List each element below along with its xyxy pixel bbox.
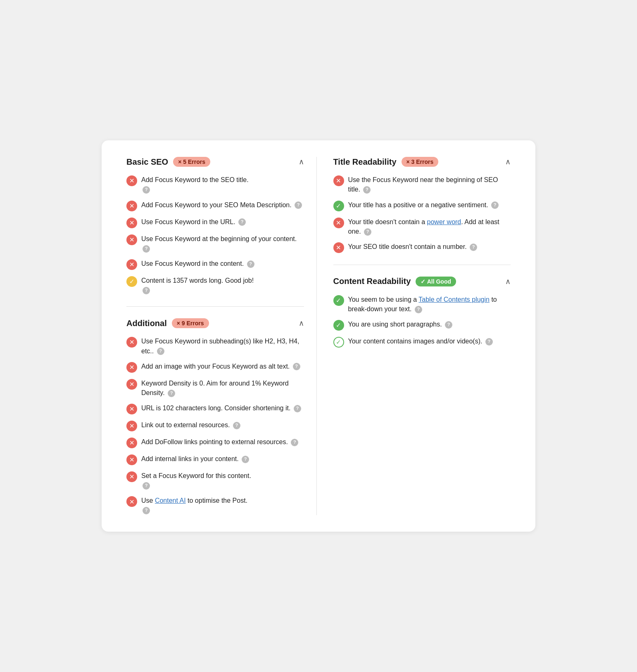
help-icon[interactable]: ? bbox=[491, 201, 499, 209]
list-item: ✕URL is 102 characters long. Consider sh… bbox=[126, 403, 304, 414]
item-text: Use the Focus Keyword near the beginning… bbox=[348, 175, 511, 194]
good-icon: ✓ bbox=[333, 201, 344, 211]
list-item: ✓You seem to be using a Table of Content… bbox=[333, 295, 511, 314]
help-icon[interactable]: ? bbox=[143, 245, 150, 253]
section-header: Content Readability✓ All Good∧ bbox=[333, 277, 511, 286]
good-outline-icon: ✓ bbox=[333, 337, 344, 348]
good-icon: ✓ bbox=[333, 320, 344, 331]
item-text: Add DoFollow links pointing to external … bbox=[141, 437, 304, 447]
help-icon[interactable]: ? bbox=[363, 186, 371, 194]
help-icon[interactable]: ? bbox=[238, 218, 246, 226]
item-text: Add internal links in your content. ? bbox=[141, 454, 304, 464]
item-text: Use Focus Keyword in the URL. ? bbox=[141, 217, 304, 227]
help-icon[interactable]: ? bbox=[143, 287, 150, 294]
collapse-chevron[interactable]: ∧ bbox=[299, 319, 304, 328]
list-item: ✕Your SEO title doesn't contain a number… bbox=[333, 242, 511, 253]
list-item: ✕Use Focus Keyword in the URL. ? bbox=[126, 217, 304, 228]
list-item: ✕Add an image with your Focus Keyword as… bbox=[126, 362, 304, 373]
item-list: ✕Use the Focus Keyword near the beginnin… bbox=[333, 175, 511, 253]
section-additional: Additional× 9 Errors∧✕Use Focus Keyword … bbox=[126, 306, 304, 515]
item-text: Keyword Density is 0. Aim for around 1% … bbox=[141, 379, 304, 398]
help-icon[interactable]: ? bbox=[415, 306, 422, 313]
help-icon[interactable]: ? bbox=[485, 338, 493, 345]
error-icon: ✕ bbox=[126, 259, 137, 270]
section-header: Additional× 9 Errors∧ bbox=[126, 318, 304, 328]
help-icon[interactable]: ? bbox=[168, 390, 175, 397]
list-item: ✕Add Focus Keyword to the SEO title.? bbox=[126, 175, 304, 194]
item-list: ✓You seem to be using a Table of Content… bbox=[333, 295, 511, 348]
item-text: Use Focus Keyword at the beginning of yo… bbox=[141, 234, 304, 253]
section-content-readability: Content Readability✓ All Good∧✓You seem … bbox=[333, 265, 511, 348]
help-icon[interactable]: ? bbox=[293, 363, 300, 370]
item-text: Set a Focus Keyword for this content.? bbox=[141, 471, 304, 490]
list-item: ✕Add internal links in your content. ? bbox=[126, 454, 304, 465]
list-item: ✕Use the Focus Keyword near the beginnin… bbox=[333, 175, 511, 194]
item-text: Your SEO title doesn't contain a number.… bbox=[348, 242, 511, 251]
warning-icon: ✓ bbox=[126, 276, 137, 287]
help-icon[interactable]: ? bbox=[157, 348, 164, 355]
item-text: Add Focus Keyword to your SEO Meta Descr… bbox=[141, 200, 304, 210]
error-icon: ✕ bbox=[126, 362, 137, 373]
inline-link[interactable]: power word bbox=[427, 218, 461, 225]
section-divider bbox=[333, 265, 511, 265]
list-item: ✕Use Focus Keyword in subheading(s) like… bbox=[126, 336, 304, 355]
error-icon: ✕ bbox=[126, 421, 137, 431]
collapse-chevron[interactable]: ∧ bbox=[505, 157, 511, 166]
collapse-chevron[interactable]: ∧ bbox=[505, 277, 511, 286]
list-item: ✕Use Focus Keyword in the content. ? bbox=[126, 259, 304, 270]
error-icon: ✕ bbox=[126, 379, 137, 390]
item-list: ✕Use Focus Keyword in subheading(s) like… bbox=[126, 336, 304, 515]
error-icon: ✕ bbox=[333, 242, 344, 253]
item-text: Link out to external resources. ? bbox=[141, 420, 304, 430]
error-icon: ✕ bbox=[126, 337, 137, 348]
help-icon[interactable]: ? bbox=[364, 228, 371, 236]
item-text: Use Focus Keyword in subheading(s) like … bbox=[141, 336, 304, 355]
list-item: ✕Add DoFollow links pointing to external… bbox=[126, 437, 304, 448]
section-header: Title Readability× 3 Errors∧ bbox=[333, 157, 511, 167]
section-badge: × 5 Errors bbox=[173, 157, 210, 167]
help-icon[interactable]: ? bbox=[143, 507, 150, 514]
section-title: Additional bbox=[126, 319, 167, 328]
inline-link[interactable]: Table of Contents plugin bbox=[418, 296, 490, 303]
collapse-chevron[interactable]: ∧ bbox=[299, 157, 304, 166]
section-title-readability: Title Readability× 3 Errors∧✕Use the Foc… bbox=[333, 157, 511, 253]
help-icon[interactable]: ? bbox=[242, 456, 249, 463]
list-item: ✕Keyword Density is 0. Aim for around 1%… bbox=[126, 379, 304, 398]
item-text: Your content contains images and/or vide… bbox=[348, 336, 511, 346]
section-badge: ✓ All Good bbox=[416, 277, 456, 286]
inline-link[interactable]: Content AI bbox=[155, 497, 186, 504]
item-text: Your title doesn't contain a power word.… bbox=[348, 217, 511, 236]
section-divider bbox=[126, 306, 304, 307]
help-icon[interactable]: ? bbox=[295, 201, 302, 209]
help-icon[interactable]: ? bbox=[445, 321, 452, 329]
help-icon[interactable]: ? bbox=[233, 422, 240, 429]
list-item: ✕Add Focus Keyword to your SEO Meta Desc… bbox=[126, 200, 304, 211]
help-icon[interactable]: ? bbox=[470, 244, 477, 251]
item-text: Add an image with your Focus Keyword as … bbox=[141, 362, 304, 371]
list-item: ✕Link out to external resources. ? bbox=[126, 420, 304, 431]
item-text: Your title has a positive or a negative … bbox=[348, 200, 511, 210]
list-item: ✕Use Content AI to optimise the Post.? bbox=[126, 496, 304, 515]
item-text: You seem to be using a Table of Contents… bbox=[348, 295, 511, 314]
error-icon: ✕ bbox=[333, 218, 344, 228]
help-icon[interactable]: ? bbox=[291, 439, 298, 446]
list-item: ✓Your content contains images and/or vid… bbox=[333, 336, 511, 348]
help-icon[interactable]: ? bbox=[143, 482, 150, 490]
error-icon: ✕ bbox=[126, 496, 137, 507]
help-icon[interactable]: ? bbox=[294, 405, 301, 412]
item-text: Use Focus Keyword in the content. ? bbox=[141, 259, 304, 268]
list-item: ✓You are using short paragraphs. ? bbox=[333, 319, 511, 331]
error-icon: ✕ bbox=[126, 438, 137, 448]
error-icon: ✕ bbox=[126, 175, 137, 186]
help-icon[interactable]: ? bbox=[247, 260, 254, 268]
help-icon[interactable]: ? bbox=[143, 186, 150, 194]
section-title: Content Readability bbox=[333, 277, 411, 286]
section-header: Basic SEO× 5 Errors∧ bbox=[126, 157, 304, 167]
section-basic-seo: Basic SEO× 5 Errors∧✕Add Focus Keyword t… bbox=[126, 157, 304, 295]
good-icon: ✓ bbox=[333, 295, 344, 306]
list-item: ✓Your title has a positive or a negative… bbox=[333, 200, 511, 211]
section-title: Title Readability bbox=[333, 157, 397, 167]
list-item: ✓Content is 1357 words long. Good job!? bbox=[126, 276, 304, 295]
error-icon: ✕ bbox=[126, 471, 137, 482]
section-badge: × 9 Errors bbox=[172, 318, 209, 328]
